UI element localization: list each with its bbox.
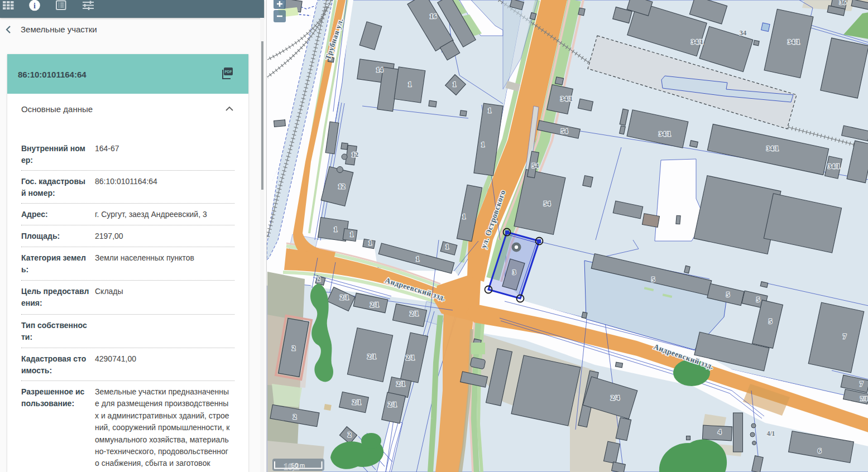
svg-text:34/1: 34/1 <box>659 130 671 138</box>
svg-text:5: 5 <box>756 296 760 304</box>
svg-text:3: 3 <box>512 268 516 276</box>
svg-text:54: 54 <box>532 162 539 170</box>
svg-text:34: 34 <box>740 29 747 37</box>
svg-text:1: 1 <box>350 230 353 238</box>
svg-text:2/1: 2/1 <box>370 301 379 309</box>
svg-text:34/1: 34/1 <box>560 95 573 103</box>
svg-text:1: 1 <box>488 107 491 114</box>
svg-text:34/1: 34/1 <box>788 38 800 46</box>
svg-text:34/1: 34/1 <box>766 145 779 152</box>
svg-text:2: 2 <box>293 413 296 421</box>
svg-text:2/1: 2/1 <box>388 401 397 408</box>
svg-text:7/1: 7/1 <box>860 395 868 402</box>
svg-text:4: 4 <box>718 428 722 436</box>
svg-text:1: 1 <box>445 243 449 251</box>
svg-text:16: 16 <box>430 12 437 20</box>
svg-text:2/4: 2/4 <box>611 394 620 402</box>
svg-text:5: 5 <box>726 291 730 298</box>
svg-text:54: 54 <box>561 127 568 135</box>
svg-text:2/1: 2/1 <box>367 353 376 360</box>
svg-text:34/1: 34/1 <box>828 162 840 170</box>
svg-text:2/1: 2/1 <box>406 354 415 362</box>
svg-text:1: 1 <box>453 80 456 88</box>
svg-text:4/1: 4/1 <box>767 430 775 437</box>
svg-text:5: 5 <box>651 276 655 283</box>
svg-text:2/1: 2/1 <box>410 310 419 317</box>
svg-text:2/1: 2/1 <box>352 398 361 406</box>
svg-text:PDF: PDF <box>225 70 232 74</box>
svg-text:6: 6 <box>818 447 821 455</box>
svg-text:2: 2 <box>292 344 295 352</box>
svg-text:1: 1 <box>481 141 485 148</box>
svg-text:34/1: 34/1 <box>691 38 703 46</box>
svg-text:2/1: 2/1 <box>396 380 405 388</box>
svg-text:1: 1 <box>462 213 466 220</box>
svg-text:14: 14 <box>376 66 383 74</box>
svg-text:54: 54 <box>544 200 551 208</box>
svg-text:i: i <box>33 2 36 10</box>
svg-text:1: 1 <box>408 80 411 88</box>
svg-text:12: 12 <box>352 151 359 158</box>
svg-text:2: 2 <box>348 431 351 439</box>
svg-text:7: 7 <box>860 380 863 388</box>
svg-text:12: 12 <box>338 182 346 190</box>
svg-text:1: 1 <box>416 255 419 263</box>
svg-text:5: 5 <box>769 317 772 325</box>
svg-text:50 m: 50 m <box>291 462 305 469</box>
svg-text:2/1: 2/1 <box>340 293 349 301</box>
svg-text:1: 1 <box>368 239 372 247</box>
svg-text:1: 1 <box>334 225 337 233</box>
svg-text:36: 36 <box>840 0 847 6</box>
svg-text:7: 7 <box>843 333 846 340</box>
svg-text:2: 2 <box>317 276 320 282</box>
